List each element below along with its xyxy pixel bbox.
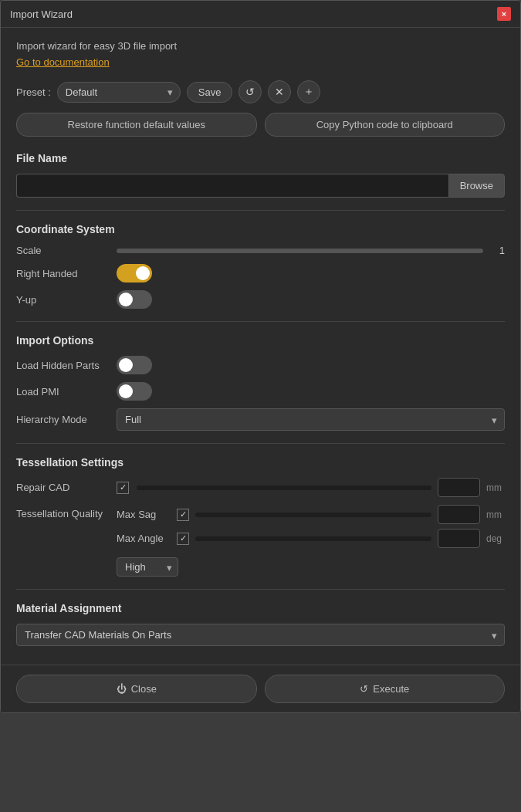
max-angle-row: Max Angle ✓ 15 deg: [117, 529, 505, 548]
material-select[interactable]: Transfer CAD Materials On Parts None: [16, 624, 505, 646]
max-angle-unit: deg: [486, 533, 505, 544]
hierarchy-select[interactable]: Full: [117, 408, 505, 431]
divider-2: [16, 321, 505, 322]
right-handed-label: Right Handed: [16, 268, 109, 279]
max-angle-label: Max Angle: [117, 533, 171, 544]
preset-label: Preset :: [16, 86, 51, 98]
load-pmi-toggle[interactable]: [117, 382, 152, 401]
max-sag-label: Max Sag: [117, 509, 171, 520]
save-button[interactable]: Save: [187, 82, 233, 103]
load-hidden-toggle[interactable]: [117, 356, 152, 374]
import-options-title: Import Options: [16, 334, 505, 347]
tess-right: Max Sag ✓ 0.1 mm Max Angle ✓ 15 deg: [117, 505, 505, 577]
file-name-row: Browse: [16, 174, 505, 198]
execute-button[interactable]: ↺ Execute: [265, 675, 506, 703]
footer-buttons: ⏻ Close ↺ Execute: [1, 665, 520, 712]
scale-label: Scale: [16, 245, 109, 256]
close-icon: ⏻: [117, 683, 127, 695]
window-close-button[interactable]: ×: [497, 7, 511, 21]
load-pmi-label: Load PMI: [16, 386, 109, 398]
scale-row: Scale 1: [16, 245, 505, 256]
repair-value-input[interactable]: 0.1: [438, 478, 480, 497]
yup-label: Y-up: [16, 294, 109, 306]
preset-row: Preset : Default Save ↺ ✕ ＋: [16, 80, 505, 103]
max-angle-checkbox[interactable]: ✓: [177, 533, 189, 545]
action-buttons: Restore function default values Copy Pyt…: [16, 113, 505, 137]
yup-row: Y-up: [16, 290, 505, 309]
right-handed-thumb: [136, 266, 150, 280]
material-dropdown-wrap: Transfer CAD Materials On Parts None: [16, 624, 505, 646]
yup-track: [117, 290, 152, 309]
refresh-button[interactable]: ↺: [239, 80, 262, 103]
main-content: Import wizard for easy 3D file import Go…: [1, 28, 520, 665]
doc-link[interactable]: Go to documentation: [16, 56, 110, 68]
tessellation-title: Tessellation Settings: [16, 456, 505, 469]
scale-input-wrap: 1: [117, 245, 505, 256]
divider-4: [16, 589, 505, 590]
copy-python-button[interactable]: Copy Python code to clipboard: [265, 113, 506, 137]
repair-cad-checkbox[interactable]: ✓: [117, 482, 129, 494]
repair-slider[interactable]: [137, 486, 431, 490]
hierarchy-dropdown-wrap: Full: [117, 408, 505, 431]
max-sag-row: Max Sag ✓ 0.1 mm: [117, 505, 505, 524]
execute-label: Execute: [373, 683, 409, 695]
load-pmi-thumb: [119, 384, 133, 398]
right-handed-toggle[interactable]: [117, 264, 152, 283]
load-hidden-row: Load Hidden Parts: [16, 356, 505, 374]
yup-thumb: [119, 293, 133, 306]
hierarchy-label: Hierarchy Mode: [16, 414, 109, 425]
file-name-input[interactable]: [16, 174, 448, 198]
preset-select[interactable]: Default: [57, 82, 181, 103]
delete-button[interactable]: ✕: [268, 80, 291, 103]
restore-defaults-button[interactable]: Restore function default values: [16, 113, 257, 137]
repair-cad-row: Repair CAD ✓ 0.1 mm: [16, 478, 505, 497]
load-hidden-label: Load Hidden Parts: [16, 360, 109, 371]
browse-button[interactable]: Browse: [448, 174, 505, 198]
load-pmi-row: Load PMI: [16, 382, 505, 401]
load-pmi-track: [117, 382, 152, 401]
tess-quality-select[interactable]: High Medium Low Custom: [117, 557, 178, 577]
add-button[interactable]: ＋: [297, 80, 320, 103]
max-sag-value-input[interactable]: 0.1: [438, 505, 480, 524]
execute-icon: ↺: [360, 683, 368, 695]
intro-description: Import wizard for easy 3D file import: [16, 40, 505, 52]
divider-3: [16, 443, 505, 444]
tess-quality-label: Tessellation Quality: [16, 505, 109, 519]
close-button[interactable]: ⏻ Close: [16, 675, 257, 703]
tess-quality-select-wrap: High Medium Low Custom: [117, 557, 178, 577]
divider-1: [16, 210, 505, 211]
title-bar: Import Wizard ×: [1, 1, 520, 28]
right-handed-track: [117, 264, 152, 283]
load-hidden-thumb: [119, 358, 133, 372]
load-hidden-track: [117, 356, 152, 374]
material-title: Material Assignment: [16, 602, 505, 614]
repair-right: 0.1 mm: [137, 478, 505, 497]
repair-unit: mm: [486, 482, 505, 493]
import-wizard-window: Import Wizard × Import wizard for easy 3…: [0, 0, 521, 713]
hierarchy-row: Hierarchy Mode Full: [16, 408, 505, 431]
yup-toggle[interactable]: [117, 290, 152, 309]
right-handed-row: Right Handed: [16, 264, 505, 283]
max-sag-unit: mm: [486, 509, 505, 520]
scale-slider-fill: [117, 249, 483, 253]
tess-quality-row: Tessellation Quality Max Sag ✓ 0.1 mm Ma…: [16, 505, 505, 577]
max-angle-slider[interactable]: [195, 536, 431, 541]
scale-slider-track[interactable]: [117, 249, 483, 253]
scale-value: 1: [489, 245, 505, 256]
max-sag-checkbox[interactable]: ✓: [177, 509, 189, 521]
close-label: Close: [131, 683, 157, 695]
max-angle-value-input[interactable]: 15: [438, 529, 480, 548]
file-section-title: File Name: [16, 152, 505, 164]
preset-select-wrap: Default: [57, 82, 181, 103]
repair-cad-label: Repair CAD: [16, 482, 109, 493]
coordinate-section-title: Coordinate System: [16, 223, 505, 235]
max-sag-slider[interactable]: [195, 513, 431, 517]
window-title: Import Wizard: [10, 8, 73, 20]
